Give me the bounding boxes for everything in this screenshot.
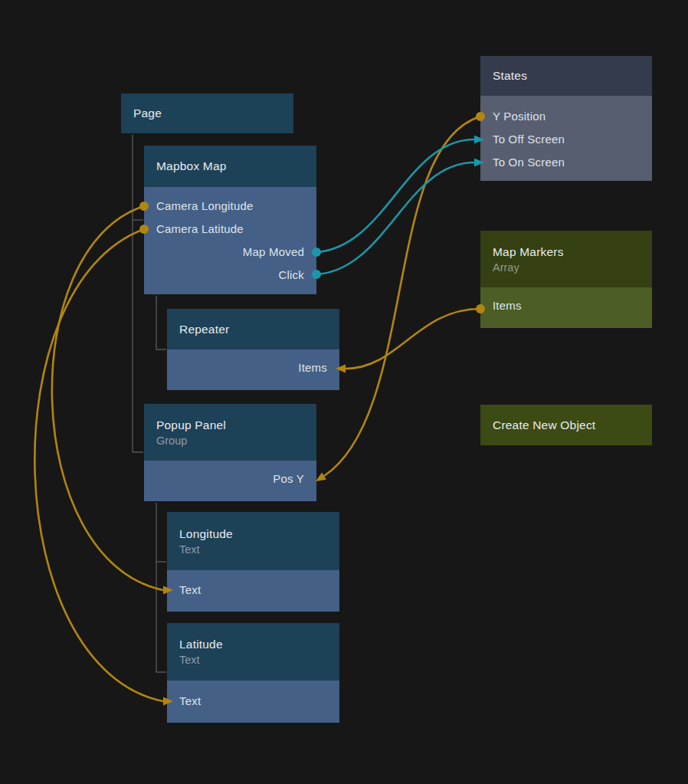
wire-y-position-to-pos-y[interactable] — [324, 116, 480, 476]
node-longitude-header[interactable]: Longitude Text — [167, 512, 339, 570]
wire-map-markers-items-to-repeater-items[interactable] — [346, 309, 480, 369]
port-repeater-items[interactable]: Items — [167, 356, 339, 379]
node-states-title: States — [493, 69, 640, 83]
node-repeater[interactable]: Repeater Items — [167, 309, 339, 390]
node-mapbox-map-title: Mapbox Map — [156, 159, 304, 173]
node-map-markers-title: Map Markers — [493, 245, 640, 259]
port-longitude-text[interactable]: Text — [167, 579, 339, 602]
node-latitude-body: Text — [167, 681, 339, 723]
node-longitude-subtitle: Text — [179, 543, 327, 556]
create-new-object-button[interactable]: Create New Object — [480, 405, 652, 445]
node-popup-panel-body: Pos Y — [144, 461, 316, 501]
create-new-object-label: Create New Object — [493, 418, 595, 432]
node-longitude-title: Longitude — [179, 527, 327, 541]
node-page-header[interactable]: Page — [121, 93, 293, 133]
node-popup-panel-title: Popup Panel — [156, 418, 304, 432]
node-longitude-body: Text — [167, 570, 339, 612]
node-mapbox-map-header[interactable]: Mapbox Map — [144, 146, 316, 187]
node-repeater-header[interactable]: Repeater — [167, 309, 339, 349]
node-repeater-body: Items — [167, 349, 339, 390]
node-page[interactable]: Page — [121, 93, 293, 133]
node-latitude-title: Latitude — [179, 638, 327, 651]
tree-connector-mapbox-repeater — [156, 296, 166, 349]
node-latitude-header[interactable]: Latitude Text — [167, 623, 339, 681]
wire-map-moved-to-off-screen[interactable] — [316, 139, 474, 252]
node-states-header[interactable]: States — [480, 56, 652, 96]
node-longitude[interactable]: Longitude Text Text — [167, 512, 339, 612]
tree-connector-popup-latitude — [156, 503, 166, 672]
tree-connector-page-popup-panel — [133, 135, 143, 452]
port-camera-latitude[interactable]: Camera Latitude — [144, 218, 316, 241]
wire-click-to-on-screen[interactable] — [316, 162, 474, 274]
node-latitude[interactable]: Latitude Text Text — [167, 623, 339, 723]
node-latitude-subtitle: Text — [179, 654, 327, 666]
node-popup-panel-subtitle: Group — [156, 435, 304, 447]
node-map-markers-header[interactable]: Map Markers Array — [480, 231, 652, 287]
port-pos-y[interactable]: Pos Y — [144, 467, 316, 490]
node-repeater-title: Repeater — [179, 323, 327, 336]
port-to-off-screen[interactable]: To Off Screen — [480, 128, 652, 151]
node-map-markers-subtitle: Array — [493, 261, 640, 274]
node-map-markers-body: Items — [480, 287, 652, 328]
node-popup-panel[interactable]: Popup Panel Group Pos Y — [144, 404, 316, 501]
node-states[interactable]: States Y Position To Off Screen To On Sc… — [480, 56, 652, 181]
node-editor-canvas: Page Mapbox Map Camera Longitude Camera … — [0, 0, 688, 784]
port-click[interactable]: Click — [144, 264, 316, 287]
port-to-on-screen[interactable]: To On Screen — [480, 151, 652, 174]
port-y-position[interactable]: Y Position — [480, 105, 652, 128]
node-mapbox-map[interactable]: Mapbox Map Camera Longitude Camera Latit… — [144, 146, 316, 294]
node-states-body: Y Position To Off Screen To On Screen — [480, 96, 652, 181]
node-page-title: Page — [133, 107, 281, 120]
port-map-markers-items[interactable]: Items — [480, 294, 652, 317]
node-mapbox-map-body: Camera Longitude Camera Latitude Map Mov… — [144, 187, 316, 294]
port-latitude-text[interactable]: Text — [167, 690, 339, 713]
node-map-markers[interactable]: Map Markers Array Items — [480, 231, 652, 328]
node-popup-panel-header[interactable]: Popup Panel Group — [144, 404, 316, 461]
port-camera-longitude[interactable]: Camera Longitude — [144, 195, 316, 218]
port-map-moved[interactable]: Map Moved — [144, 241, 316, 264]
